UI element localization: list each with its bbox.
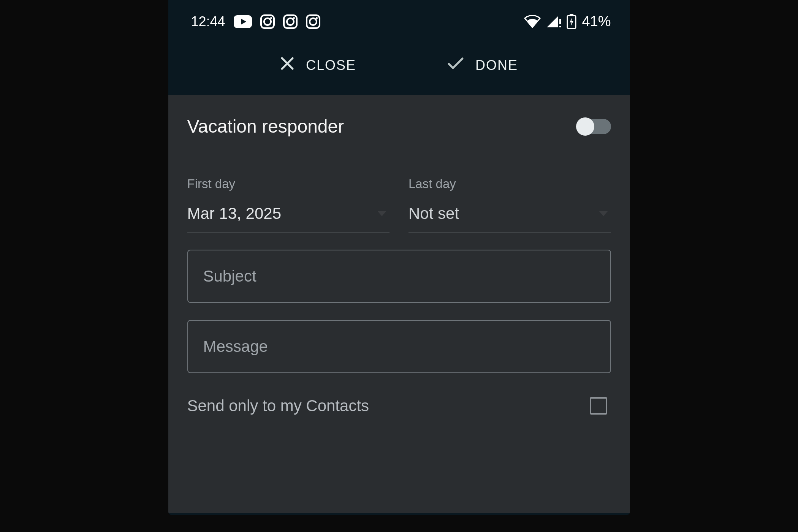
action-bar: CLOSE DONE: [168, 41, 630, 95]
last-day-label: Last day: [408, 177, 611, 191]
done-label: DONE: [475, 57, 518, 73]
youtube-icon: [234, 15, 252, 28]
battery-charging-icon: [567, 14, 576, 29]
wifi-icon: [524, 15, 541, 28]
subject-input[interactable]: [187, 250, 611, 303]
contacts-checkbox[interactable]: [590, 397, 607, 415]
instagram-icon: [260, 14, 275, 29]
svg-rect-2: [559, 26, 561, 27]
page-title: Vacation responder: [187, 116, 344, 137]
content-area: Vacation responder First day Mar 13, 202…: [168, 95, 630, 513]
message-input[interactable]: [187, 320, 611, 373]
first-day-value: Mar 13, 2025: [187, 204, 282, 223]
battery-percent: 41%: [582, 13, 611, 30]
header-row: Vacation responder: [168, 95, 630, 142]
first-day-label: First day: [187, 177, 390, 191]
done-button[interactable]: DONE: [447, 57, 518, 73]
close-button[interactable]: CLOSE: [280, 56, 356, 74]
status-right: 41%: [524, 13, 611, 30]
dates-row: First day Mar 13, 2025 Last day Not set: [168, 142, 630, 233]
instagram-icon: [283, 14, 298, 29]
phone-frame: 12:44 41% CLOSE: [168, 0, 630, 515]
status-time: 12:44: [191, 14, 225, 30]
close-icon: [280, 56, 294, 74]
svg-rect-1: [559, 19, 561, 24]
cell-signal-icon: [546, 15, 561, 28]
contacts-label: Send only to my Contacts: [187, 397, 369, 415]
last-day-field[interactable]: Last day Not set: [408, 177, 611, 233]
dropdown-caret-icon: [377, 211, 386, 216]
status-bar: 12:44 41%: [168, 0, 630, 41]
dropdown-caret-icon: [599, 211, 608, 216]
contacts-row[interactable]: Send only to my Contacts: [168, 373, 630, 415]
vacation-toggle[interactable]: [578, 119, 611, 134]
svg-rect-4: [570, 14, 573, 16]
first-day-field[interactable]: First day Mar 13, 2025: [187, 177, 390, 233]
check-icon: [447, 57, 464, 73]
toggle-knob: [576, 117, 594, 136]
close-label: CLOSE: [306, 57, 356, 73]
last-day-value: Not set: [408, 204, 459, 223]
instagram-icon: [306, 14, 320, 29]
status-left: 12:44: [191, 14, 320, 30]
